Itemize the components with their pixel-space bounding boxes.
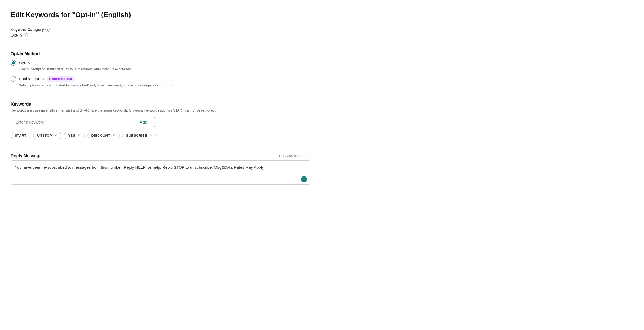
keyword-tag-discount-label: DISCOUNT	[91, 133, 110, 137]
keyword-tag-discount: DISCOUNT ✕	[87, 132, 120, 139]
opt-in-description: User subscription status defaults to "su…	[19, 67, 310, 72]
keyword-tag-yes: YES ✕	[64, 132, 85, 139]
keywords-title: Keywords	[11, 102, 310, 107]
reply-textarea-wrapper: +	[11, 160, 310, 185]
opt-in-method-radio-group: Opt-In User subscription status defaults…	[11, 60, 310, 88]
reply-message-textarea[interactable]	[11, 160, 310, 185]
reply-message-section: Reply Message 131 / 300 characters +	[11, 154, 310, 185]
keyword-tag-unstop-remove[interactable]: ✕	[54, 133, 57, 137]
divider-2	[11, 95, 310, 95]
keyword-category-info-icon[interactable]: i	[45, 28, 50, 32]
keyword-input[interactable]	[11, 117, 132, 127]
double-opt-in-label: Double Opt-In	[19, 76, 44, 81]
divider-1	[11, 45, 310, 45]
keywords-description: Keywords are case insensitive (i.e. star…	[11, 108, 310, 113]
keyword-tag-yes-label: YES	[68, 133, 75, 137]
keyword-tag-yes-remove[interactable]: ✕	[77, 133, 80, 137]
keyword-tag-subscribe-remove[interactable]: ✕	[150, 133, 153, 137]
recommended-badge: Recommended	[46, 76, 75, 82]
opt-in-method-title: Opt-In Method	[11, 52, 310, 56]
opt-in-method-section: Opt-In Method Opt-In User subscription s…	[11, 52, 310, 88]
opt-in-option: Opt-In User subscription status defaults…	[11, 60, 310, 72]
double-opt-in-description: Subscription status is updated to "subsc…	[19, 83, 310, 88]
reply-message-title: Reply Message	[11, 154, 42, 158]
page-title: Edit Keywords for "Opt-in" (English)	[11, 11, 310, 19]
keyword-category-label: Keyword Category i	[11, 28, 310, 32]
double-opt-in-radio[interactable]	[11, 76, 16, 82]
keyword-input-row: Add	[11, 117, 155, 127]
char-count: 131 / 300 characters	[278, 154, 310, 158]
add-message-icon[interactable]: +	[301, 176, 307, 182]
keyword-tag-unstop: UNSTOP ✕	[33, 132, 62, 139]
keyword-tag-subscribe: SUBSCRIBE ✕	[122, 132, 157, 139]
opt-in-label: Opt-In	[19, 61, 30, 65]
keyword-tag-start: START	[11, 132, 30, 139]
opt-in-info-icon[interactable]: i	[24, 33, 28, 37]
keyword-tag-start-label: START	[15, 133, 26, 137]
keyword-tag-subscribe-label: SUBSCRIBE	[126, 133, 147, 137]
keyword-tags-container: START UNSTOP ✕ YES ✕ DISCOUNT ✕ SUBSCRIB…	[11, 132, 310, 139]
add-keyword-button[interactable]: Add	[132, 117, 155, 127]
keyword-tag-unstop-label: UNSTOP	[37, 133, 52, 137]
divider-3	[11, 147, 310, 147]
keywords-section: Keywords Keywords are case insensitive (…	[11, 102, 310, 139]
keyword-category-section: Keyword Category i Opt-In i	[11, 28, 310, 37]
double-opt-in-option: Double Opt-In Recommended Subscription s…	[11, 76, 310, 88]
keyword-tag-discount-remove[interactable]: ✕	[112, 133, 115, 137]
keyword-category-value: Opt-In i	[11, 33, 310, 37]
opt-in-radio[interactable]	[11, 60, 16, 66]
